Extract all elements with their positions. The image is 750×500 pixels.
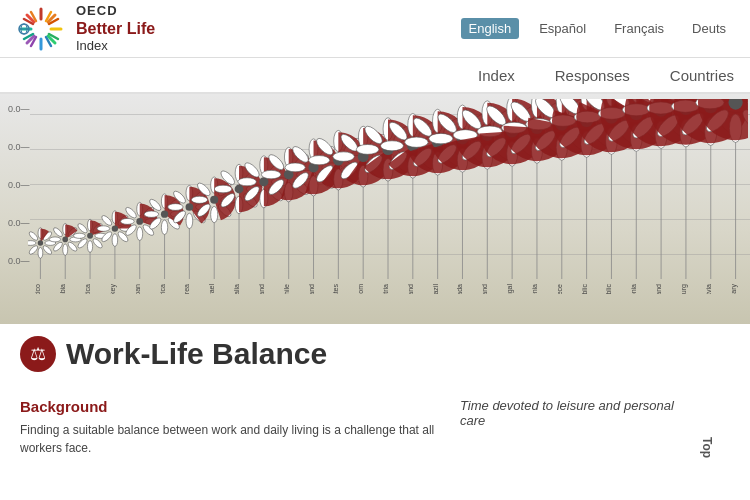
svg-text:United Kingdom: United Kingdom [357,284,365,294]
page-title-row: ⚖ Work-Life Balance [0,324,750,372]
svg-point-136 [261,170,280,178]
svg-text:Iceland: Iceland [258,284,265,294]
svg-point-38 [52,226,64,238]
lang-english[interactable]: English [461,18,520,39]
svg-point-25 [28,244,39,255]
svg-point-27 [28,230,39,241]
lang-francais[interactable]: Français [606,18,672,39]
svg-point-39 [62,237,68,243]
main-title: Work-Life Balance [66,337,327,371]
lang-espanol[interactable]: Español [531,18,594,39]
section-title-area: ⚖ Work-Life Balance [20,336,730,372]
svg-text:Portugal: Portugal [506,284,514,294]
nav-index[interactable]: Index [478,61,515,90]
svg-point-50 [87,233,93,239]
svg-point-114 [214,185,232,193]
svg-point-101 [211,206,218,222]
svg-point-61 [112,225,118,231]
svg-point-26 [28,241,36,246]
nav-countries[interactable]: Countries [670,61,734,90]
svg-text:Chile: Chile [283,284,290,294]
svg-text:Luxembourg: Luxembourg [680,284,688,294]
y-label-4: 0.0— [8,218,30,228]
svg-point-103 [191,196,207,203]
svg-text:Estonia: Estonia [630,284,637,294]
svg-text:South Africa: South Africa [159,284,166,294]
svg-point-92 [168,204,183,211]
svg-text:Israel: Israel [208,284,215,294]
logo-better-life: Better Life [76,19,155,38]
svg-point-158 [309,156,330,165]
italic-heading: Time devoted to leisure and personal car… [460,398,680,428]
y-label-2: 0.0— [8,142,30,152]
balance-icon-symbol: ⚖ [30,343,46,365]
svg-point-49 [77,222,89,234]
svg-point-68 [137,227,143,241]
svg-text:United States: United States [332,284,339,294]
chart-area: 0.0— 0.0— 0.0— 0.0— 0.0— // This will be… [0,94,750,324]
y-label-3: 0.0— [8,180,30,190]
content-left: Background Finding a suitable balance be… [20,398,440,458]
svg-point-34 [67,241,79,253]
svg-text:Australia: Australia [233,284,240,294]
svg-text:Korea: Korea [183,284,190,294]
main-nav: Index Responses Countries [0,58,750,94]
svg-point-81 [144,211,158,217]
svg-point-57 [112,234,118,247]
y-label-5: 0.0— [8,256,30,266]
svg-point-202 [405,137,428,147]
svg-point-59 [97,226,110,232]
svg-point-46 [87,241,92,253]
svg-point-24 [38,247,43,258]
svg-point-23 [42,244,53,255]
svg-text:Czech Republic: Czech Republic [581,284,589,294]
balance-icon: ⚖ [20,336,56,372]
logo-oecd: OECD [76,3,155,19]
svg-text:Slovak Republic: Slovak Republic [605,284,613,294]
y-label-1: 0.0— [8,104,30,114]
svg-text:Brazil: Brazil [432,284,439,294]
logo-area: OECD Better Life Index [16,3,155,53]
svg-text:Japan: Japan [134,284,142,294]
svg-text:Mexico: Mexico [34,284,41,294]
y-axis: 0.0— 0.0— 0.0— 0.0— 0.0— [8,104,30,266]
svg-point-48 [74,233,86,238]
svg-text:Turkey: Turkey [109,284,117,294]
svg-point-37 [49,237,60,242]
svg-text:Colombia: Colombia [59,284,66,294]
logo-index: Index [76,38,155,54]
svg-point-94 [186,203,194,211]
lang-deutsch[interactable]: Deuts [684,18,734,39]
svg-point-191 [381,141,404,151]
svg-text:Costa Rica: Costa Rica [84,284,91,294]
logo-text: OECD Better Life Index [76,3,155,53]
svg-point-147 [285,163,305,172]
svg-text:Slovenia: Slovenia [531,284,538,294]
svg-point-213 [429,133,453,143]
svg-text:Austria: Austria [382,284,389,294]
svg-text:Finland: Finland [655,284,662,294]
svg-point-180 [356,144,379,154]
svg-point-28 [38,240,43,245]
svg-point-83 [161,211,168,218]
nav-responses[interactable]: Responses [555,61,630,90]
svg-point-90 [186,213,193,228]
top-countries-panel: Top [700,398,730,458]
svg-text:New Zealand: New Zealand [308,284,315,294]
svg-text:Poland: Poland [481,284,488,294]
svg-text:Canada: Canada [456,284,463,294]
svg-point-35 [63,244,68,255]
svg-text:Ireland: Ireland [407,284,414,294]
content-section: Background Finding a suitable balance be… [0,382,750,458]
top-label: Top [700,398,714,458]
svg-text:Latvia: Latvia [705,284,712,294]
flower-chart-svg: // This will be rendered via JS below Me… [28,99,748,294]
background-heading: Background [20,398,440,415]
svg-text:Hungary: Hungary [730,284,738,294]
svg-point-116 [235,185,244,194]
svg-point-70 [121,218,135,224]
oecd-logo-icon [16,4,66,54]
svg-text:Greece: Greece [556,284,563,294]
svg-point-79 [161,220,167,234]
background-text: Finding a suitable balance between work … [20,421,440,457]
